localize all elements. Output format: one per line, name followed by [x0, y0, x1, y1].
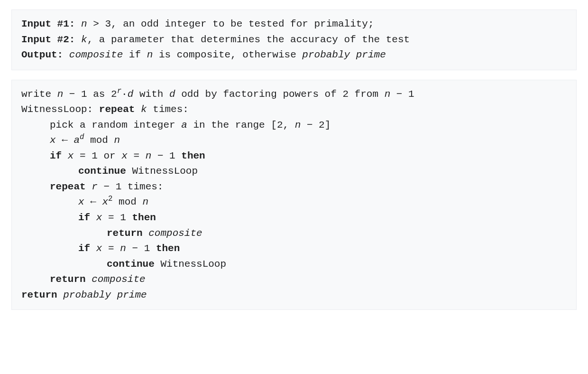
- algorithm-block: write n − 1 as 2r·d with d odd by factor…: [11, 80, 577, 310]
- algo-line-9: if x = 1 then: [21, 210, 567, 226]
- output-probprime: probably prime: [302, 49, 386, 60]
- io-block: Input #1: n > 3, an odd integer to be te…: [11, 9, 577, 70]
- algo-line-14: return probably prime: [21, 288, 567, 303]
- algo-line-12: continue WitnessLoop: [21, 257, 567, 272]
- input2-label: Input #2:: [21, 34, 75, 45]
- var-k: k: [81, 34, 87, 45]
- input2-desc: , a parameter that determines the accura…: [87, 34, 410, 45]
- algo-line-2: WitnessLoop: repeat k times:: [21, 102, 567, 118]
- algo-line-11: if x = n − 1 then: [21, 241, 567, 257]
- output-iscomp: is composite, otherwise: [153, 49, 302, 60]
- output-line: Output: composite if n is composite, oth…: [21, 47, 567, 63]
- input1-label: Input #1:: [21, 19, 75, 29]
- output-label: Output:: [21, 49, 63, 60]
- algo-line-7: repeat r − 1 times:: [21, 179, 567, 195]
- output-if: if: [123, 49, 147, 60]
- algo-line-4: x ← ad mod n: [21, 133, 567, 149]
- input1-desc: > 3, an odd integer to be tested for pri…: [87, 19, 374, 29]
- input1-line: Input #1: n > 3, an odd integer to be te…: [21, 17, 567, 32]
- var-n: n: [81, 19, 87, 29]
- algo-line-13: return composite: [21, 272, 567, 288]
- page: Input #1: n > 3, an odd integer to be te…: [0, 0, 588, 374]
- output-composite: composite: [69, 49, 123, 60]
- algo-line-1: write n − 1 as 2r·d with d odd by factor…: [21, 87, 567, 103]
- output-n: n: [147, 49, 153, 60]
- algo-line-3: pick a random integer a in the range [2,…: [21, 118, 567, 133]
- algo-line-10: return composite: [21, 226, 567, 242]
- algo-line-5: if x = 1 or x = n − 1 then: [21, 149, 567, 164]
- algo-line-8: x ← x2 mod n: [21, 195, 567, 210]
- algo-line-6: continue WitnessLoop: [21, 164, 567, 179]
- input2-line: Input #2: k, a parameter that determines…: [21, 32, 567, 48]
